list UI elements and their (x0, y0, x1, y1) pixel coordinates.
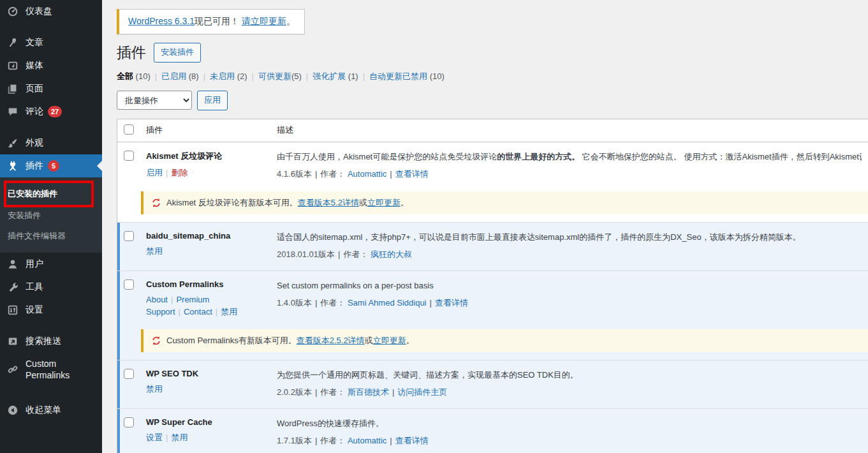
sidebar-item-add-plugin[interactable]: 安装插件 (0, 205, 102, 226)
row-checkbox[interactable] (124, 279, 134, 290)
settings-icon (6, 304, 19, 316)
sidebar-item-tools[interactable]: 工具 (0, 276, 102, 299)
plugin-description: 为您提供一个通用的网页标题、关键词、描述方案，实现最基本的SEO TDK目的。 (277, 369, 862, 381)
author-link[interactable]: Automattic (348, 169, 386, 179)
permalink-icon (6, 363, 19, 376)
view-details-link[interactable]: 查看详情 (395, 436, 429, 445)
sidebar-item-plugins[interactable]: 插件 5 (0, 154, 102, 177)
author-link[interactable]: Sami Ahmed Siddiqui (348, 298, 427, 308)
filter-all[interactable]: 全部 (10) (117, 71, 161, 81)
plugin-description: 适合国人的sitemap.xml，支持php7+，可以说是目前市面上最直接表达s… (277, 231, 862, 243)
filter-mustuse[interactable]: 强化扩展 (1) (313, 71, 369, 81)
pushpin-icon (6, 36, 19, 49)
wordpress-version-link[interactable]: WordPress 6.3.1 (128, 16, 195, 26)
about-link[interactable]: About (146, 295, 176, 304)
deactivate-link[interactable]: 禁用 (221, 307, 237, 316)
sidebar-item-label: 文章 (26, 37, 43, 48)
deactivate-link[interactable]: 禁用 (146, 246, 163, 256)
sidebar-item-label: 搜索推送 (26, 336, 61, 347)
sidebar-item-label: 媒体 (26, 60, 43, 71)
visit-plugin-site-link[interactable]: 访问插件主页 (397, 387, 447, 397)
plugin-icon (6, 160, 19, 172)
update-now-link[interactable]: 请立即更新 (242, 16, 286, 26)
plugin-update-row-akismet: Akismet 反垃圾评论有新版本可用。查看版本5.2详情或立即更新。 (117, 190, 868, 222)
sidebar-item-label: 收起菜单 (26, 405, 61, 416)
sidebar-item-label: 设置 (26, 304, 43, 316)
author-link[interactable]: Automattic (348, 436, 386, 445)
row-checkbox[interactable] (124, 369, 134, 379)
contact-link[interactable]: Contact (184, 307, 221, 316)
table-row-wp-super-cache: WP Super Cache 设置禁用 WordPress的快速缓存插件。 1.… (117, 408, 868, 453)
filter-inactive[interactable]: 未启用 (2) (210, 71, 258, 81)
sidebar-item-posts[interactable]: 文章 (0, 31, 102, 54)
row-checkbox[interactable] (124, 417, 134, 427)
author-link[interactable]: 斯百德技术 (348, 387, 389, 397)
plugin-filters: 全部 (10)已启用 (8)未启用 (2)可供更新(5)强化扩展 (1)自动更新… (117, 71, 868, 82)
sidebar-item-settings[interactable]: 设置 (0, 299, 102, 322)
plugin-meta: 1.4.0版本作者： Sami Ahmed Siddiqui查看详情 (277, 297, 862, 309)
filter-active[interactable]: 已启用 (8) (161, 71, 210, 81)
plugin-meta: 1.7.1版本作者： Automattic查看详情 (277, 435, 862, 447)
plugin-meta: 4.1.6版本作者： Automattic查看详情 (277, 168, 862, 180)
sidebar-item-users[interactable]: 用户 (0, 253, 102, 276)
apply-button[interactable]: 应用 (197, 91, 228, 110)
sidebar-item-media[interactable]: 媒体 (0, 54, 102, 77)
update-notice: Custom Permalinks有新版本可用。查看版本2.5.2详情或立即更新… (141, 329, 868, 352)
delete-link[interactable]: 删除 (171, 168, 188, 177)
plugin-description: Set custom permalinks on a per-post basi… (277, 279, 862, 292)
current-menu-arrow (92, 161, 102, 171)
bulk-action-select[interactable]: 批量操作 (117, 91, 192, 110)
comments-count-badge: 27 (48, 106, 62, 117)
row-checkbox[interactable] (124, 151, 134, 161)
add-plugin-button[interactable]: 安装插件 (154, 43, 201, 63)
plugin-name: Custom Permalinks (146, 279, 269, 289)
view-details-link[interactable]: 查看详情 (435, 298, 468, 308)
update-icon (151, 198, 161, 208)
row-checkbox[interactable] (124, 231, 134, 241)
plugin-description: WordPress的快速缓存插件。 (277, 417, 862, 429)
update-now-link[interactable]: 立即更新 (373, 336, 406, 345)
sidebar-item-collapse-menu[interactable]: 收起菜单 (0, 399, 102, 422)
page-title: 插件 (117, 43, 146, 62)
deactivate-link[interactable]: 禁用 (146, 384, 163, 394)
deactivate-link[interactable]: 禁用 (171, 433, 188, 442)
sidebar-item-custom-permalinks[interactable]: Custom Permalinks (0, 353, 102, 386)
sidebar-item-label: 插件 (26, 160, 43, 172)
update-icon (151, 336, 161, 346)
column-header-plugin: 插件 (146, 124, 277, 136)
sidebar-item-appearance[interactable]: 外观 (0, 131, 102, 154)
pages-icon (6, 82, 19, 95)
dashboard-icon (6, 5, 19, 18)
users-icon (6, 258, 19, 271)
collapse-icon (6, 404, 19, 417)
sidebar-item-dashboard[interactable]: 仪表盘 (0, 0, 102, 23)
sidebar-item-label: Custom Permalinks (26, 358, 97, 381)
sidebar-item-label: 仪表盘 (26, 6, 52, 17)
settings-link[interactable]: 设置 (146, 433, 171, 442)
sidebar-item-comments[interactable]: 评论 27 (0, 100, 102, 123)
activate-link[interactable]: 启用 (146, 168, 171, 177)
sidebar-item-pages[interactable]: 页面 (0, 77, 102, 100)
sidebar-item-label: 评论 (26, 106, 43, 117)
sidebar-item-label: 工具 (26, 281, 43, 293)
table-row-baidu-sitemap: baidu_sitemap_china 禁用 适合国人的sitemap.xml，… (117, 222, 868, 271)
author-link[interactable]: 疯狂的大叔 (371, 249, 412, 259)
plugin-meta: 2.0.2版本作者： 斯百德技术访问插件主页 (277, 387, 862, 398)
plugin-name: baidu_sitemap_china (146, 231, 269, 241)
view-version-details-link[interactable]: 查看版本5.2详情 (298, 198, 359, 207)
plugin-meta: 2018.01.01版本作者： 疯狂的大叔 (277, 249, 862, 260)
sidebar-item-label: 用户 (26, 258, 43, 270)
sidebar-item-installed-plugins[interactable]: 已安装的插件 (0, 182, 102, 205)
filter-update-available[interactable]: 可供更新(5) (258, 71, 313, 81)
table-row-akismet: Akismet 反垃圾评论 启用删除 由千百万人使用，Akismet可能是保护您… (117, 142, 868, 190)
plugins-submenu: 已安装的插件 安装插件 插件文件编辑器 (0, 177, 102, 253)
plugins-table: 插件 描述 Akismet 反垃圾评论 启用删除 由千百万人使用，Akismet… (117, 119, 868, 453)
view-version-details-link[interactable]: 查看版本2.5.2详情 (297, 336, 365, 345)
appearance-icon (6, 137, 19, 149)
update-now-link[interactable]: 立即更新 (367, 198, 401, 207)
sidebar-item-plugin-editor[interactable]: 插件文件编辑器 (0, 226, 102, 246)
sidebar-item-search-push[interactable]: 搜索推送 (0, 330, 102, 353)
select-all-checkbox[interactable] (124, 124, 134, 135)
view-details-link[interactable]: 查看详情 (395, 169, 429, 179)
filter-autoupdate-disabled[interactable]: 自动更新已禁用 (10) (369, 71, 445, 81)
